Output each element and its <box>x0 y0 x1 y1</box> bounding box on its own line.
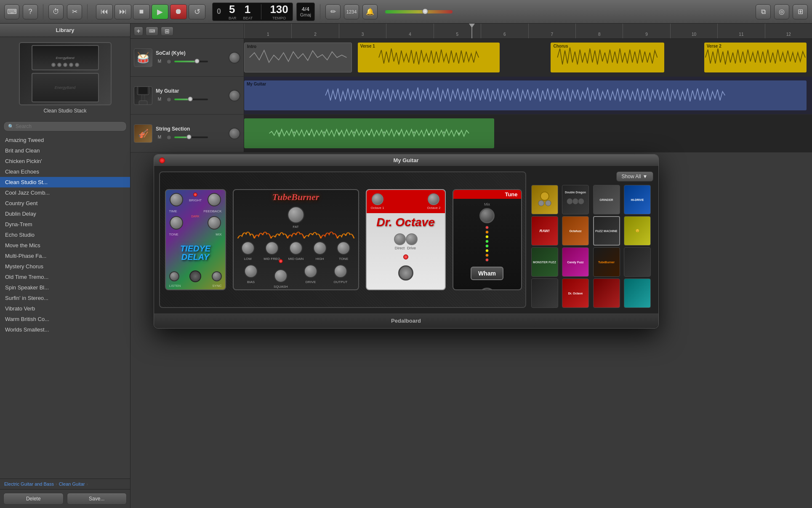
tiedye-listen-lbl: LISTEN <box>169 284 181 288</box>
thumb-octafuzz[interactable]: Octafuzz <box>562 216 589 246</box>
thumb-tubeburner[interactable]: TubeBurner <box>593 247 620 277</box>
droctave-drive-label: Drive <box>407 246 416 250</box>
thumb-empty-2[interactable] <box>531 278 558 308</box>
thumb-raw[interactable]: RAW! <box>531 216 558 246</box>
show-all-btn[interactable]: Show All ▼ <box>616 171 653 182</box>
wham-led-3 <box>485 235 489 238</box>
tubeburner-flames <box>234 230 358 238</box>
wham-body: Mix <box>466 199 508 290</box>
wham-button[interactable]: Wham <box>471 267 503 280</box>
tiedye-time-knob[interactable] <box>170 193 183 206</box>
pedal-droctave[interactable]: Octave 1 Octave 2 Dr. Octave <box>366 189 446 290</box>
thumb-candy-fuzz[interactable]: Candy Fuzz <box>562 247 589 277</box>
tb-midfreq-knob[interactable] <box>265 241 279 255</box>
svg-point-21 <box>572 198 578 204</box>
thumb-label-octafuzz: Octafuzz <box>569 230 581 233</box>
tiedye-top-labels: TIME FEEDBACK <box>166 209 225 213</box>
tb-drive-knob[interactable] <box>304 265 317 278</box>
tb-drive-col: DRIVE <box>303 263 319 289</box>
tb-bias-label: BIAS <box>247 280 255 284</box>
thumb-grinder[interactable]: GRINDER <box>593 185 620 214</box>
droctave-foot-row <box>397 262 415 284</box>
tb-midgain-label: MID GAIN <box>288 257 304 261</box>
pedal-thumbnails: Show All ▼ Double Dragon <box>531 171 653 308</box>
pedal-tiedye[interactable]: BRIGHT TIME FEEDBACK DARK <box>165 189 226 290</box>
thumb-teal-pedal[interactable] <box>624 278 651 308</box>
tiedye-mix-lbl: MIX <box>216 233 221 236</box>
wham-mix-label: Mix <box>484 202 490 206</box>
thumb-empty-1[interactable] <box>624 247 651 277</box>
tb-squash-knob[interactable] <box>274 269 288 283</box>
thumb-hi-drive[interactable]: HI-DRIVE <box>624 185 651 214</box>
thumb-label-grinder: GRINDER <box>599 198 613 201</box>
tb-bias-knob[interactable] <box>244 265 258 278</box>
tb-high-label: HIGH <box>316 257 324 261</box>
tiedye-feedback-knob[interactable] <box>208 193 221 206</box>
thumb-double-dragon[interactable]: Double Dragon <box>562 185 589 214</box>
wham-led-7 <box>485 254 489 257</box>
tiedye-dark-label: DARK <box>191 215 199 218</box>
droctave-footswitch[interactable] <box>398 265 413 281</box>
tb-midgain-knob[interactable] <box>289 241 303 255</box>
droctave-direct-col: Direct <box>394 233 406 250</box>
tubeburner-fat-knob[interactable] <box>288 206 304 223</box>
droctave-oct1-label: Octave 1 <box>371 206 384 210</box>
thumbnail-grid: Double Dragon GRINDER HI-DRIVE <box>531 185 653 308</box>
tb-low-label: LOW <box>244 257 252 261</box>
tb-output-knob[interactable] <box>334 265 347 278</box>
wham-tune-label: Tune <box>453 190 521 199</box>
thumb-monster-fuzz[interactable]: MONSTER FUZZ <box>531 247 558 277</box>
tb-tone-col: TONE <box>335 240 351 261</box>
thumb-label-fuzz: FUZZ MACHINE <box>595 230 618 233</box>
tiedye-led <box>193 193 197 197</box>
tubeburner-fat-row: FAT <box>285 204 306 230</box>
tiedye-dark-col: DARK <box>191 215 199 231</box>
tb-squash-led <box>279 259 283 263</box>
tiedye-tone-knob[interactable] <box>170 216 183 230</box>
tiedye-sync-knob[interactable] <box>212 271 222 281</box>
tb-tone-label: TONE <box>339 257 348 261</box>
tiedye-listen-knob[interactable] <box>169 271 179 281</box>
thumb-gold-pedal[interactable] <box>531 185 558 214</box>
wham-foot-area <box>476 283 498 290</box>
tubeburner-title: TubeBurner <box>272 190 319 204</box>
droctave-oct1-knob[interactable] <box>372 193 383 205</box>
tb-squash-led-area <box>273 263 289 284</box>
thumb-happy-face[interactable]: 😊 <box>624 216 651 246</box>
wham-led-5 <box>485 244 489 248</box>
tiedye-brand-1: TIEDYE <box>180 244 210 253</box>
tiedye-name-area: TIEDYE DELAY <box>180 236 210 269</box>
tb-midfreq-label: MID FREQ <box>264 257 280 261</box>
tb-drive-label: DRIVE <box>306 280 316 284</box>
tb-low-knob[interactable] <box>241 241 255 255</box>
wham-footswitch[interactable] <box>479 288 495 290</box>
pedal-wham[interactable]: Tune Mix <box>453 189 522 290</box>
droctave-oct2-knob[interactable] <box>428 193 439 205</box>
svg-point-22 <box>578 198 584 204</box>
wham-led-1 <box>485 226 489 229</box>
svg-point-19 <box>545 201 551 206</box>
thumb-dr-octave[interactable]: Dr. Octave <box>562 278 589 308</box>
wham-led-2 <box>485 230 489 234</box>
tubeburner-fat-col: FAT <box>286 205 306 229</box>
thumb-red-2[interactable] <box>593 278 620 308</box>
wham-mix-knob[interactable] <box>479 208 495 223</box>
tb-squash-label: SQUASH <box>274 285 288 289</box>
tiedye-sync-lbl: SYNC <box>212 284 221 288</box>
wham-led-8 <box>485 258 489 262</box>
pedal-tubeburner[interactable]: TubeBurner FAT <box>233 189 359 290</box>
tiedye-mix-knob[interactable] <box>208 216 221 230</box>
tb-high-knob[interactable] <box>313 241 327 255</box>
modal-footer-label: Pedalboard <box>391 318 421 324</box>
droctave-direct-label: Direct <box>395 246 405 250</box>
modal-close-btn[interactable] <box>159 158 165 163</box>
tiedye-center-btn[interactable] <box>189 270 201 282</box>
thumb-fuzz-machine[interactable]: FUZZ MACHINE <box>593 216 620 246</box>
tb-tone-knob[interactable] <box>337 241 350 255</box>
thumb-label-hidrive: HI-DRIVE <box>631 198 644 201</box>
droctave-drive-knob[interactable] <box>406 233 418 245</box>
tb-bias-col: BIAS <box>243 263 259 289</box>
droctave-oct1-col: Octave 1 <box>371 193 384 210</box>
droctave-direct-knob[interactable] <box>394 233 406 245</box>
modal-overlay: My Guitar BRIGHT <box>0 0 812 508</box>
